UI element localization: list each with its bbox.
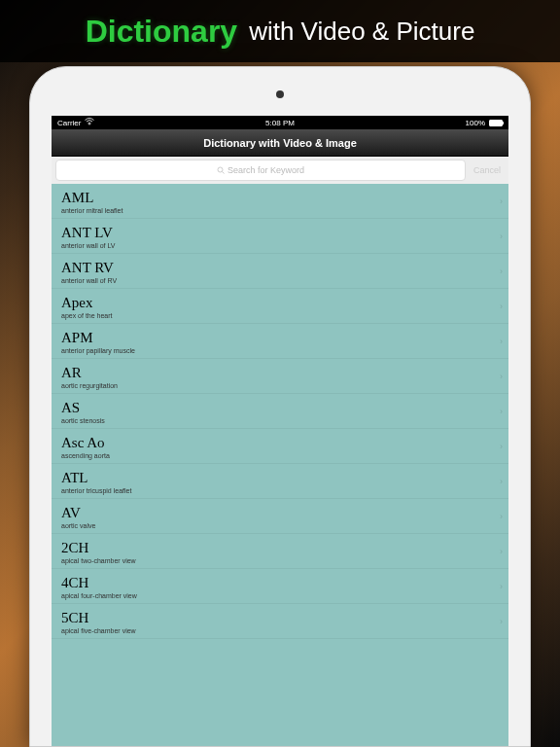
definition-label: anterior wall of LV <box>61 242 499 249</box>
chevron-right-icon: › <box>500 547 503 556</box>
term-label: APM <box>61 330 499 346</box>
list-item[interactable]: AMLanterior mitral leaflet› <box>52 184 508 219</box>
list-item[interactable]: ANT RVanterior wall of RV› <box>52 254 508 289</box>
term-label: AV <box>61 505 499 521</box>
status-left: Carrier <box>57 118 94 127</box>
list-item[interactable]: APManterior papillary muscle› <box>52 324 508 359</box>
list-item[interactable]: ASaortic stenosis› <box>52 394 508 429</box>
nav-bar: Dictionary with Video & Image <box>52 129 508 157</box>
chevron-right-icon: › <box>500 512 503 521</box>
definition-label: anterior tricuspid leaflet <box>61 487 499 494</box>
chevron-right-icon: › <box>500 302 503 311</box>
tablet-frame: Carrier 5:08 PM 100% Dictionary with Vid… <box>29 66 531 747</box>
screen: Carrier 5:08 PM 100% Dictionary with Vid… <box>52 116 508 746</box>
list-item[interactable]: 4CHapical four-chamber view› <box>52 569 508 604</box>
definition-label: anterior papillary muscle <box>61 347 499 354</box>
term-label: ANT RV <box>61 260 499 276</box>
list-item[interactable]: ARaortic regurgitation› <box>52 359 508 394</box>
svg-line-1 <box>222 172 224 174</box>
definition-label: aortic stenosis <box>61 417 499 424</box>
term-label: AR <box>61 365 499 381</box>
definition-label: aortic regurgitation <box>61 382 499 389</box>
list-item[interactable]: Apexapex of the heart› <box>52 289 508 324</box>
definition-label: apical two-chamber view <box>61 557 499 564</box>
term-label: Apex <box>61 295 499 311</box>
term-label: 5CH <box>61 610 499 626</box>
chevron-right-icon: › <box>500 337 503 346</box>
list-item[interactable]: Asc Aoascending aorta› <box>52 429 508 464</box>
list-item[interactable]: ANT LVanterior wall of LV› <box>52 219 508 254</box>
term-label: AS <box>61 400 499 416</box>
status-bar: Carrier 5:08 PM 100% <box>52 116 508 129</box>
wifi-icon <box>85 118 94 127</box>
chevron-right-icon: › <box>500 582 503 591</box>
carrier-label: Carrier <box>57 119 81 127</box>
search-input[interactable]: Search for Keyword <box>55 160 466 181</box>
chevron-right-icon: › <box>500 617 503 626</box>
promo-header: Dictionary with Video & Picture <box>0 0 560 62</box>
list-item[interactable]: ATLanterior tricuspid leaflet› <box>52 464 508 499</box>
search-placeholder: Search for Keyword <box>228 165 304 175</box>
nav-title: Dictionary with Video & Image <box>203 137 357 149</box>
camera-dot <box>276 90 284 98</box>
chevron-right-icon: › <box>500 442 503 451</box>
cancel-button[interactable]: Cancel <box>470 165 505 175</box>
status-time: 5:08 PM <box>265 119 295 127</box>
chevron-right-icon: › <box>500 372 503 381</box>
chevron-right-icon: › <box>500 196 503 206</box>
definition-label: ascending aorta <box>61 452 499 459</box>
chevron-right-icon: › <box>500 477 503 486</box>
term-label: 4CH <box>61 575 499 591</box>
chevron-right-icon: › <box>500 407 503 416</box>
term-label: 2CH <box>61 540 499 556</box>
search-bar: Search for Keyword Cancel <box>52 157 508 184</box>
definition-label: anterior wall of RV <box>61 277 499 284</box>
list-item[interactable]: 5CHapical five-chamber view› <box>52 604 508 639</box>
term-label: ATL <box>61 470 499 486</box>
term-label: AML <box>61 190 499 206</box>
chevron-right-icon: › <box>500 267 503 276</box>
promo-title-white: with Video & Picture <box>249 17 474 47</box>
chevron-right-icon: › <box>500 231 503 241</box>
dictionary-list[interactable]: AMLanterior mitral leaflet›ANT LVanterio… <box>52 184 508 746</box>
promo-title-green: Dictionary <box>86 14 237 50</box>
definition-label: aortic valve <box>61 522 499 529</box>
list-item[interactable]: AVaortic valve› <box>52 499 508 534</box>
term-label: ANT LV <box>61 225 499 241</box>
definition-label: apical four-chamber view <box>61 592 499 599</box>
svg-point-0 <box>218 167 223 172</box>
term-label: Asc Ao <box>61 435 499 451</box>
battery-icon <box>489 120 503 126</box>
status-right: 100% <box>466 119 503 127</box>
search-icon <box>217 166 225 174</box>
definition-label: apical five-chamber view <box>61 627 499 634</box>
list-item[interactable]: 2CHapical two-chamber view› <box>52 534 508 569</box>
definition-label: apex of the heart <box>61 312 499 319</box>
battery-percent: 100% <box>466 119 485 127</box>
definition-label: anterior mitral leaflet <box>61 207 499 214</box>
